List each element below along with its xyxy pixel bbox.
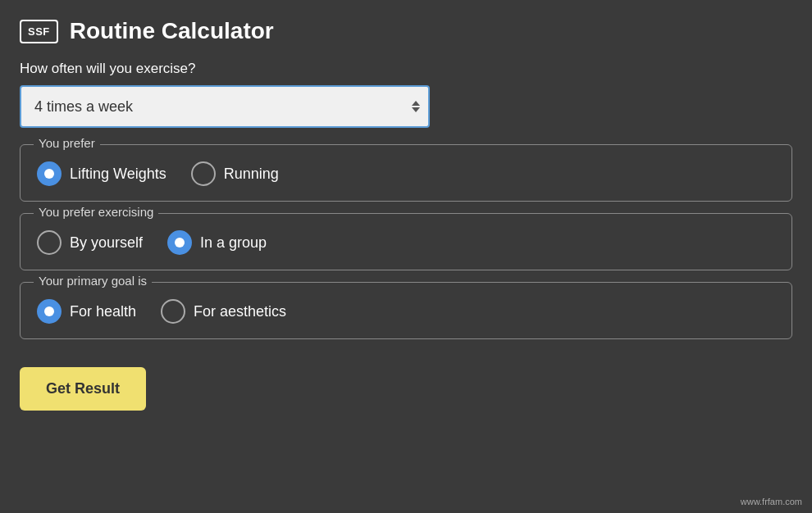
- goal-options: For health For aesthetics: [37, 297, 775, 324]
- preference-legend: You prefer: [34, 136, 100, 150]
- goal-for-health[interactable]: For health: [37, 299, 136, 324]
- ssf-badge: SSF: [20, 20, 58, 43]
- radio-running-indicator: [191, 161, 216, 186]
- preference-group: You prefer Lifting Weights Running: [20, 144, 792, 202]
- get-result-button[interactable]: Get Result: [20, 367, 146, 411]
- goal-for-health-label: For health: [70, 303, 136, 320]
- header: SSF Routine Calculator: [0, 0, 812, 61]
- main-content: How often will you exercise? 1 time a we…: [0, 61, 812, 411]
- radio-for-aesthetics-indicator: [161, 299, 185, 324]
- frequency-select-wrapper: 1 time a week 2 times a week 3 times a w…: [20, 85, 430, 128]
- goal-for-aesthetics[interactable]: For aesthetics: [161, 299, 286, 324]
- radio-lifting-weights-indicator: [37, 161, 62, 186]
- footer-url: www.frfam.com: [741, 497, 802, 506]
- frequency-question: How often will you exercise?: [20, 61, 792, 77]
- exercising-group: You prefer exercising By yourself In a g…: [20, 213, 792, 270]
- exercising-in-a-group[interactable]: In a group: [167, 230, 267, 255]
- goal-legend: Your primary goal is: [34, 274, 152, 288]
- exercising-by-yourself-label: By yourself: [70, 234, 143, 252]
- page-title: Routine Calculator: [70, 18, 274, 44]
- radio-in-a-group-indicator: [167, 230, 192, 255]
- radio-for-health-indicator: [37, 299, 62, 324]
- preference-lifting-weights-label: Lifting Weights: [70, 166, 167, 183]
- preference-running-label: Running: [224, 166, 279, 183]
- exercising-by-yourself[interactable]: By yourself: [37, 230, 143, 255]
- exercising-options: By yourself In a group: [37, 229, 775, 255]
- goal-group: Your primary goal is For health For aest…: [20, 282, 792, 339]
- radio-by-yourself-indicator: [37, 230, 62, 255]
- exercising-legend: You prefer exercising: [34, 205, 158, 219]
- preference-options: Lifting Weights Running: [37, 160, 775, 186]
- preference-lifting-weights[interactable]: Lifting Weights: [37, 161, 167, 186]
- goal-for-aesthetics-label: For aesthetics: [194, 303, 286, 320]
- exercising-in-a-group-label: In a group: [200, 234, 267, 252]
- frequency-select[interactable]: 1 time a week 2 times a week 3 times a w…: [20, 85, 430, 128]
- preference-running[interactable]: Running: [191, 161, 279, 186]
